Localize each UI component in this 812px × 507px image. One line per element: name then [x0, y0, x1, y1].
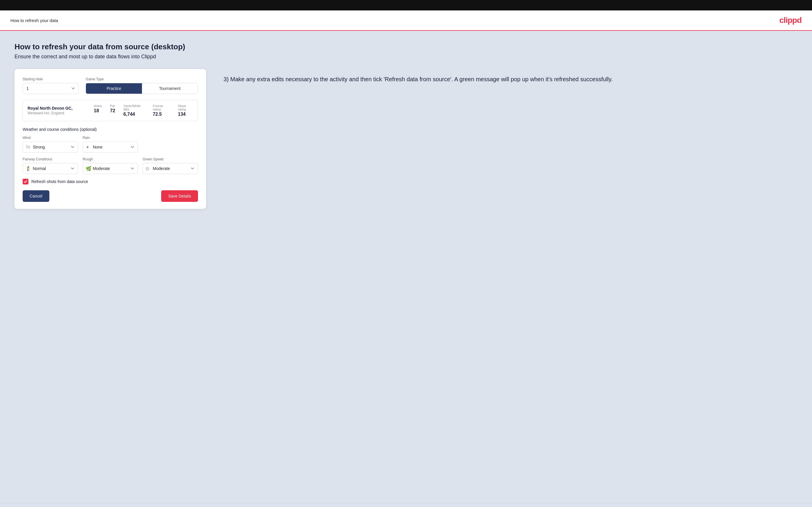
course-name: Royal North Devon GC,	[28, 106, 94, 111]
fairway-rough-green-row: Fairway Conditions 🏌 Normal Soft Firm Ro…	[22, 157, 198, 174]
par-stat: Par 72	[110, 104, 115, 117]
holes-stat: Holes 18	[94, 104, 102, 117]
fairway-label: Fairway Conditions	[22, 157, 78, 161]
rough-label: Rough	[83, 157, 138, 161]
save-button[interactable]: Save Details	[161, 190, 198, 202]
starting-hole-select[interactable]: 1 10	[22, 83, 79, 94]
page-subheading: Ensure the correct and most up to date d…	[14, 54, 798, 60]
starting-hole-group: Starting Hole 1 10	[22, 77, 79, 94]
main-content: How to refresh your data from source (de…	[0, 31, 812, 503]
course-location: Westward Ho!, England	[28, 111, 94, 115]
conditions-title: Weather and course conditions (optional)	[22, 127, 198, 132]
practice-button[interactable]: Practice	[86, 83, 142, 94]
check-icon	[24, 180, 27, 183]
side-text: 3) Make any extra edits necessary to the…	[223, 69, 798, 84]
btn-row: Cancel Save Details	[22, 190, 198, 202]
cancel-button[interactable]: Cancel	[22, 190, 49, 202]
rain-label: Rain	[83, 136, 138, 140]
holes-value: 18	[94, 108, 99, 113]
side-description: 3) Make any extra edits necessary to the…	[223, 75, 798, 84]
slope-rating-value: 134	[178, 112, 186, 117]
course-rating-stat: Course rating 72.5	[153, 104, 170, 117]
fairway-select-wrapper: 🏌 Normal Soft Firm	[22, 163, 78, 174]
refresh-checkbox[interactable]	[22, 179, 29, 184]
footer: Copyright Clippd 2022	[0, 503, 812, 507]
wind-group: Wind 🌬 Strong None Light Moderate	[22, 136, 78, 153]
header: How to refresh your data clippd	[0, 10, 812, 31]
rough-group: Rough 🌿 Moderate Light Heavy	[83, 157, 138, 174]
page-heading: How to refresh your data from source (de…	[14, 42, 798, 51]
yards-value: 6,744	[123, 112, 135, 117]
course-stats: Holes 18 Par 72 Yards/White (M)) 6,744 C…	[94, 104, 193, 117]
par-value: 72	[110, 108, 115, 113]
rain-group: Rain ✦ None Light Moderate Heavy	[83, 136, 138, 153]
refresh-checkbox-row: Refresh shots from data source	[22, 179, 198, 184]
game-type-label: Game Type	[86, 77, 198, 81]
fairway-select[interactable]: Normal Soft Firm	[22, 163, 78, 174]
fairway-group: Fairway Conditions 🏌 Normal Soft Firm	[22, 157, 78, 174]
rough-select[interactable]: Moderate Light Heavy	[83, 163, 138, 174]
par-label: Par	[110, 104, 115, 108]
slope-rating-label: Slope rating	[178, 104, 193, 111]
tournament-button[interactable]: Tournament	[142, 83, 198, 94]
course-rating-value: 72.5	[153, 112, 162, 117]
holes-label: Holes	[94, 104, 102, 108]
refresh-checkbox-label: Refresh shots from data source	[31, 179, 88, 184]
rain-select-wrapper: ✦ None Light Moderate Heavy	[83, 142, 138, 153]
wind-label: Wind	[22, 136, 78, 140]
green-speed-label: Green Speed	[143, 157, 198, 161]
wind-select[interactable]: Strong None Light Moderate	[22, 142, 78, 153]
content-row: Starting Hole 1 10 Game Type Practice To…	[14, 69, 798, 209]
form-panel: Starting Hole 1 10 Game Type Practice To…	[14, 69, 206, 209]
yards-stat: Yards/White (M)) 6,744	[123, 104, 145, 117]
slope-rating-stat: Slope rating 134	[178, 104, 193, 117]
green-speed-select[interactable]: Moderate Slow Fast	[143, 163, 198, 174]
course-name-block: Royal North Devon GC, Westward Ho!, Engl…	[28, 106, 94, 115]
wind-rain-row: Wind 🌬 Strong None Light Moderate Rain	[22, 136, 198, 153]
header-title: How to refresh your data	[10, 18, 58, 23]
game-type-group: Game Type Practice Tournament	[86, 77, 198, 94]
wind-select-wrapper: 🌬 Strong None Light Moderate	[22, 142, 78, 153]
game-type-toggle: Practice Tournament	[86, 83, 198, 94]
green-speed-select-wrapper: ⊙ Moderate Slow Fast	[143, 163, 198, 174]
starting-hole-label: Starting Hole	[22, 77, 79, 81]
logo: clippd	[779, 16, 802, 25]
rough-select-wrapper: 🌿 Moderate Light Heavy	[83, 163, 138, 174]
course-rating-label: Course rating	[153, 104, 170, 111]
rain-select[interactable]: None Light Moderate Heavy	[83, 142, 138, 153]
form-row-top: Starting Hole 1 10 Game Type Practice To…	[22, 77, 198, 94]
green-speed-group: Green Speed ⊙ Moderate Slow Fast	[143, 157, 198, 174]
yards-label: Yards/White (M))	[123, 104, 145, 111]
course-info-row: Royal North Devon GC, Westward Ho!, Engl…	[22, 100, 198, 121]
